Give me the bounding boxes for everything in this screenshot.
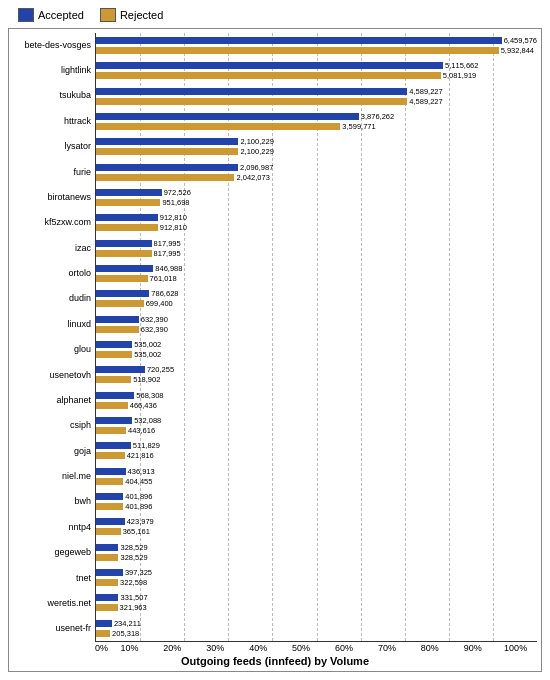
y-label: gegeweb xyxy=(13,541,91,566)
bar-group: 6,459,5765,932,844 xyxy=(96,33,537,58)
accepted-bar xyxy=(96,113,359,120)
bar-group: 912,810912,810 xyxy=(96,210,537,235)
y-label: furie xyxy=(13,160,91,185)
y-label: nntp4 xyxy=(13,515,91,540)
bar-group: 511,829421,816 xyxy=(96,438,537,463)
y-label: alphanet xyxy=(13,388,91,413)
bar-group: 4,589,2274,589,227 xyxy=(96,84,537,109)
rejected-bar xyxy=(96,604,118,611)
accepted-bar xyxy=(96,392,134,399)
rejected-bar xyxy=(96,579,118,586)
y-label: niel.me xyxy=(13,464,91,489)
rejected-bar xyxy=(96,478,123,485)
x-axis-label: 80% xyxy=(408,643,451,653)
x-axis-label: 30% xyxy=(194,643,237,653)
accepted-color-box xyxy=(18,8,34,22)
y-label: csiph xyxy=(13,414,91,439)
accepted-bar xyxy=(96,138,238,145)
bar-group: 2,100,2292,100,229 xyxy=(96,134,537,159)
bar-group: 568,308466,436 xyxy=(96,388,537,413)
y-label: weretis.net xyxy=(13,591,91,616)
y-label: linuxd xyxy=(13,312,91,337)
y-label: usenet-fr xyxy=(13,617,91,642)
accepted-bar xyxy=(96,164,238,171)
accepted-bar xyxy=(96,316,139,323)
accepted-bar xyxy=(96,620,112,627)
rejected-bar xyxy=(96,427,126,434)
rejected-bar xyxy=(96,503,123,510)
bars-area: 6,459,5765,932,8445,115,6625,081,9194,58… xyxy=(95,33,537,642)
accepted-bar xyxy=(96,569,123,576)
x-axis-label: 100% xyxy=(494,643,537,653)
bar-group: 817,995817,995 xyxy=(96,236,537,261)
x-axis-label: 20% xyxy=(151,643,194,653)
bar-group: 423,979365,161 xyxy=(96,514,537,539)
rejected-bar xyxy=(96,630,110,637)
bar-group: 532,088443,616 xyxy=(96,413,537,438)
x-axis-title: Outgoing feeds (innfeed) by Volume xyxy=(13,655,537,667)
bar-group: 846,988761,018 xyxy=(96,261,537,286)
x-axis-label: 70% xyxy=(365,643,408,653)
accepted-bar xyxy=(96,442,131,449)
accepted-bar xyxy=(96,468,126,475)
bar-group: 328,529328,529 xyxy=(96,540,537,565)
y-label: bwh xyxy=(13,490,91,515)
bar-group: 436,913404,455 xyxy=(96,464,537,489)
rejected-bar xyxy=(96,174,234,181)
x-axis-label: 60% xyxy=(323,643,366,653)
x-axis-label: 10% xyxy=(108,643,151,653)
accepted-bar xyxy=(96,240,152,247)
rejected-bar xyxy=(96,123,340,130)
chart-body: bete-des-vosgeslightlinktsukubahttrackly… xyxy=(13,33,537,642)
x-axis-label: 90% xyxy=(451,643,494,653)
accepted-bar xyxy=(96,88,407,95)
y-label: ortolo xyxy=(13,261,91,286)
rejected-bar xyxy=(96,376,131,383)
bar-group: 401,896401,896 xyxy=(96,489,537,514)
accepted-bar xyxy=(96,214,158,221)
bar-group: 331,507321,963 xyxy=(96,590,537,615)
rejected-bar xyxy=(96,250,152,257)
bar-group: 632,390632,390 xyxy=(96,312,537,337)
rejected-bar xyxy=(96,199,160,206)
rejected-bar xyxy=(96,351,132,358)
y-label: lysator xyxy=(13,135,91,160)
y-label: kf5zxw.com xyxy=(13,211,91,236)
y-label: bete-des-vosges xyxy=(13,33,91,58)
x-axis-label: 0% xyxy=(95,643,108,653)
y-label: izac xyxy=(13,236,91,261)
y-label: birotanews xyxy=(13,185,91,210)
y-label: tnet xyxy=(13,566,91,591)
rejected-bar xyxy=(96,47,499,54)
y-label: goja xyxy=(13,439,91,464)
bar-group: 3,876,2623,599,771 xyxy=(96,109,537,134)
rejected-bar xyxy=(96,452,125,459)
x-axis: 0%10%20%30%40%50%60%70%80%90%100% xyxy=(95,643,537,653)
accepted-bar xyxy=(96,518,125,525)
chart-container: Accepted Rejected bete-des-vosgeslightli… xyxy=(0,0,550,680)
rejected-bar xyxy=(96,72,441,79)
legend: Accepted Rejected xyxy=(8,8,542,22)
bar-group: 786,628699,400 xyxy=(96,286,537,311)
bar-group: 234,211205,318 xyxy=(96,616,537,641)
rejected-color-box xyxy=(100,8,116,22)
rejected-bar xyxy=(96,554,118,561)
rejected-label: Rejected xyxy=(120,9,163,21)
y-label: lightlink xyxy=(13,58,91,83)
rejected-bar xyxy=(96,300,144,307)
accepted-bar xyxy=(96,544,118,551)
accepted-label: Accepted xyxy=(38,9,84,21)
accepted-bar xyxy=(96,265,153,272)
legend-accepted: Accepted xyxy=(18,8,84,22)
accepted-bar xyxy=(96,594,118,601)
y-label: tsukuba xyxy=(13,84,91,109)
rejected-bar xyxy=(96,326,139,333)
bar-group: 535,002535,002 xyxy=(96,337,537,362)
rejected-bar xyxy=(96,98,407,105)
accepted-bar xyxy=(96,417,132,424)
rejected-bar xyxy=(96,402,128,409)
bar-group: 720,255518,902 xyxy=(96,362,537,387)
bar-group: 397,325322,598 xyxy=(96,565,537,590)
accepted-bar xyxy=(96,62,443,69)
rejected-bar xyxy=(96,224,158,231)
